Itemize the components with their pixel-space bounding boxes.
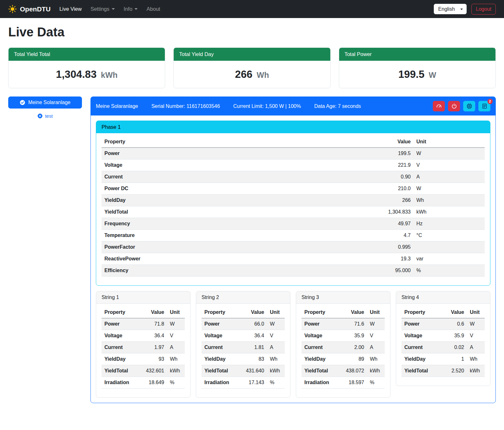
cell-unit: Hz (414, 218, 485, 230)
cell-property: YieldDay (102, 353, 139, 365)
limit-settings-button[interactable] (433, 101, 445, 111)
table-row: Voltage35.9V (302, 330, 385, 342)
col-header-value: Value (439, 307, 467, 318)
chevron-down-icon (112, 8, 115, 10)
cell-value: 438.072 (339, 365, 367, 377)
cell-value: 49.97 (363, 218, 414, 230)
table-header-row: Property Value Unit (401, 307, 485, 318)
cell-value: 18.649 (139, 377, 167, 389)
col-header-unit: Unit (467, 307, 485, 318)
cell-value: 17.143 (239, 377, 267, 389)
col-header-property: Property (102, 307, 139, 318)
inverter-select-inactive[interactable]: test (8, 113, 82, 119)
power-button[interactable] (448, 101, 460, 111)
string-card-body: Property Value Unit Power66.0WVoltage36.… (196, 304, 290, 389)
cell-unit: % (267, 377, 285, 389)
col-header-property: Property (302, 307, 339, 318)
cell-unit: W (467, 318, 485, 330)
table-row: Voltage35.9V (401, 330, 485, 342)
table-row: Irradiation17.143% (202, 377, 285, 389)
cell-unit: W (267, 318, 285, 330)
col-header-unit: Unit (367, 307, 385, 318)
table-row: Current2.00A (302, 342, 385, 353)
table-header-row: Property Value Unit (202, 307, 285, 318)
cell-property: YieldDay (302, 353, 339, 365)
table-row: Power71.8W (102, 318, 185, 330)
cell-property: YieldTotal (302, 365, 339, 377)
speedometer-icon (436, 103, 442, 109)
device-info-button[interactable] (463, 101, 475, 111)
table-row: Efficiency95.000% (102, 265, 485, 277)
col-header-unit: Unit (414, 136, 485, 148)
summary-card-total-power: Total Power 199.5 W (339, 47, 496, 88)
summary-card-total-yield-total: Total Yield Total 1,304.83 kWh (8, 47, 165, 88)
col-header-property: Property (102, 136, 363, 148)
nav-item-about[interactable]: About (142, 3, 165, 15)
cell-value: 266 (363, 195, 414, 206)
summary-cards: Total Yield Total 1,304.83 kWh Total Yie… (8, 47, 496, 88)
cell-property: YieldTotal (102, 206, 363, 218)
cell-property: Irradiation (202, 377, 239, 389)
summary-value: 1,304.83 (56, 68, 96, 80)
summary-unit: kWh (101, 71, 118, 79)
content-row: Meine Solaranlage test Meine Solaranlage… (8, 97, 496, 403)
inverter-select-active[interactable]: Meine Solaranlage (8, 97, 82, 109)
cell-unit: kWh (467, 365, 485, 377)
cell-value: 1.97 (139, 342, 167, 353)
cell-unit: % (414, 265, 485, 277)
col-header-value: Value (363, 136, 414, 148)
table-row: YieldDay83Wh (202, 353, 285, 365)
cell-unit: kWh (167, 365, 185, 377)
cell-value: 95.000 (363, 265, 414, 277)
string-table: Property Value Unit Power0.6WVoltage35.9… (401, 307, 485, 377)
table-row: YieldTotal2.520kWh (401, 365, 485, 377)
table-row: Temperature4.7°C (102, 230, 485, 241)
cell-unit: Wh (167, 353, 185, 365)
table-row: Current1.81A (202, 342, 285, 353)
logout-button[interactable]: Logout (471, 4, 496, 15)
cell-property: Power (102, 148, 363, 159)
string-card-3: String 3 Property Value Unit (296, 291, 390, 398)
col-header-property: Property (401, 307, 439, 318)
brand[interactable]: OpenDTU (8, 5, 51, 13)
table-row: YieldDay89Wh (302, 353, 385, 365)
cell-unit: Wh (267, 353, 285, 365)
language-select[interactable]: English (434, 4, 467, 14)
cell-value: 35.9 (439, 330, 467, 342)
table-row: Current1.97A (102, 342, 185, 353)
cell-unit: kWh (367, 365, 385, 377)
nav-item-settings[interactable]: Settings (86, 3, 119, 15)
table-header-row: Property Value Unit (102, 307, 185, 318)
cell-property: Power (202, 318, 239, 330)
navbar-right: English Logout (434, 4, 496, 15)
nav-item-info[interactable]: Info (119, 3, 142, 15)
cell-unit: V (467, 330, 485, 342)
string-card-title: String 3 (296, 291, 390, 304)
cell-value: 18.597 (339, 377, 367, 389)
cell-property: YieldTotal (401, 365, 439, 377)
string-card-2: String 2 Property Value Unit (196, 291, 290, 398)
cell-unit: V (167, 330, 185, 342)
summary-unit: Wh (257, 71, 269, 79)
table-row: YieldTotal438.072kWh (302, 365, 385, 377)
table-row: Current0.90A (102, 171, 485, 183)
cell-unit (414, 241, 485, 253)
string-card-1: String 1 Property Value Unit (96, 291, 190, 398)
table-row: Irradiation18.649% (102, 377, 185, 389)
cell-unit: V (414, 159, 485, 171)
nav-item-live-view[interactable]: Live View (55, 3, 86, 15)
cell-property: Voltage (102, 159, 363, 171)
summary-value: 266 (235, 68, 252, 80)
inverter-serial: Serial Number: 116171603546 (151, 103, 220, 109)
cell-unit: kWh (267, 365, 285, 377)
cell-property: Voltage (102, 330, 139, 342)
cell-property: Voltage (202, 330, 239, 342)
cell-value: 93 (139, 353, 167, 365)
cell-unit: A (367, 342, 385, 353)
table-row: Voltage36.4V (202, 330, 285, 342)
cell-value: 36.4 (139, 330, 167, 342)
event-log-button[interactable]: 2 (478, 101, 490, 111)
inverter-inactive-label: test (45, 113, 53, 119)
cell-unit: W (414, 148, 485, 159)
cell-property: Efficiency (102, 265, 363, 277)
